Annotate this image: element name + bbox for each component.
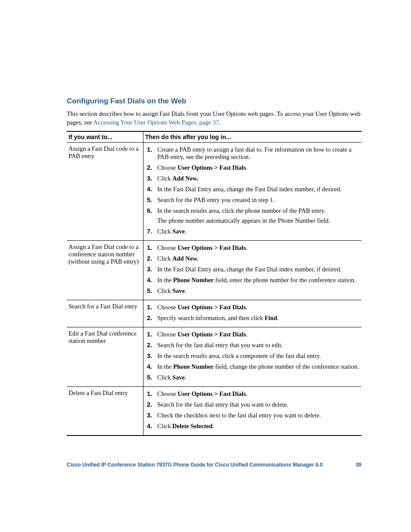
want-cell: Delete a Fast Dial entry	[67, 387, 143, 436]
step-body: Click Add New.	[157, 175, 360, 182]
step-number: 1.	[145, 304, 152, 311]
step-item: 4.In the Fast Dial Entry area, change th…	[145, 185, 360, 196]
step-item: 3.Click Add New.	[145, 174, 360, 185]
table-row: Search for a Fast Dial entry1.Choose Use…	[67, 300, 361, 327]
section-heading: Configuring Fast Dials on the Web	[67, 97, 361, 106]
intro-paragraph: This section describes how to assign Fas…	[67, 110, 361, 127]
step-body: Check the checkbox next to the fast dial…	[157, 412, 360, 419]
step-body: Specify search information, and then cli…	[157, 314, 360, 322]
step-item: 3.Check the checkbox next to the fast di…	[145, 411, 360, 422]
step-number: 3.	[145, 175, 152, 182]
step-number: 3.	[145, 266, 152, 273]
step-body: Click Delete Selected.	[157, 423, 360, 430]
table-row: Delete a Fast Dial entry1.Choose User Op…	[67, 387, 361, 436]
step-number: 5.	[145, 196, 152, 203]
step-body: In the Phone Number field, change the ph…	[157, 363, 360, 370]
intro-text-2: .	[219, 119, 221, 126]
steps-list: 1.Choose User Options > Fast Dials.2.Cli…	[145, 243, 360, 297]
step-item: 1.Choose User Options > Fast Dials.	[145, 243, 360, 254]
step-item: 2.Search for the fast dial entry that yo…	[145, 400, 360, 411]
step-number: 4.	[145, 423, 152, 429]
footer-title: Cisco Unified IP Conference Station 7937…	[67, 462, 349, 468]
table-header-right: Then do this after you log in...	[143, 131, 362, 143]
steps-cell: 1.Choose User Options > Fast Dials.2.Sea…	[143, 387, 362, 436]
step-body: In the search results area, click the ph…	[157, 207, 360, 224]
want-cell: Assign a Fast Dial code to a PAB entry	[67, 143, 143, 241]
step-item: 5.Click Save.	[145, 373, 360, 384]
step-body: Search for the fast dial entry that you …	[157, 401, 360, 408]
step-body: Click Add New.	[157, 255, 360, 262]
step-number: 7.	[145, 228, 152, 235]
step-number: 4.	[145, 186, 152, 193]
step-body: Click Save.	[157, 374, 360, 381]
step-item: 1.Choose User Options > Fast Dials.	[145, 330, 360, 341]
steps-cell: 1.Choose User Options > Fast Dials.2.Sea…	[143, 327, 362, 387]
step-body: In the Fast Dial Entry area, change the …	[157, 186, 360, 193]
step-item: 3.In the search results area, click a co…	[145, 352, 360, 362]
steps-list: 1.Create a PAB entry to assign a fast di…	[145, 145, 360, 238]
instructions-table: If you want to... Then do this after you…	[67, 131, 361, 436]
step-item: 5.Search for the PAB entry you created i…	[145, 196, 360, 206]
step-body: In the Phone Number field, enter the pho…	[157, 277, 360, 284]
step-body: Search for the PAB entry you created in …	[157, 196, 360, 204]
step-item: 1.Choose User Options > Fast Dials.	[145, 303, 360, 314]
step-number: 1.	[145, 146, 152, 153]
table-row: Assign a Fast Dial code to a PAB entry1.…	[67, 143, 361, 241]
step-item: 2.Click Add New.	[145, 254, 360, 265]
page-footer: Cisco Unified IP Conference Station 7937…	[67, 462, 361, 468]
step-number: 3.	[145, 412, 152, 419]
page-content: Configuring Fast Dials on the Web This s…	[0, 0, 411, 494]
step-number: 2.	[145, 401, 152, 408]
step-number: 2.	[145, 164, 152, 171]
step-item: 2.Choose User Options > Fast Dials.	[145, 163, 360, 174]
step-item: 6.In the search results area, click the …	[145, 206, 360, 227]
step-body: Click Save.	[157, 287, 360, 295]
step-item: 1.Create a PAB entry to assign a fast di…	[145, 145, 360, 163]
step-body: In the Fast Dial Entry area, change the …	[157, 266, 360, 273]
step-item: 4.In the Phone Number field, enter the p…	[145, 276, 360, 286]
steps-cell: 1.Choose User Options > Fast Dials.2.Cli…	[143, 241, 362, 300]
step-item: 5.Click Save.	[145, 286, 360, 297]
want-cell: Search for a Fast Dial entry	[67, 300, 143, 327]
step-body: Create a PAB entry to assign a fast dial…	[157, 146, 360, 161]
steps-list: 1.Choose User Options > Fast Dials.2.Sea…	[145, 330, 360, 384]
step-item: 3.In the Fast Dial Entry area, change th…	[145, 265, 360, 276]
step-number: 6.	[145, 207, 152, 214]
step-body: Click Save.	[157, 228, 360, 235]
step-item: 1.Choose User Options > Fast Dials.	[145, 389, 360, 400]
step-number: 1.	[145, 390, 152, 397]
step-item: 2.Search for the fast dial entry that yo…	[145, 341, 360, 352]
intro-link[interactable]: Accessing Your User Options Web Pages, p…	[93, 119, 219, 126]
step-item: 4.In the Phone Number field, change the …	[145, 362, 360, 373]
step-number: 2.	[145, 342, 152, 348]
footer-page-number: 39	[349, 462, 361, 468]
table-row: Assign a Fast Dial code to a conference …	[67, 241, 361, 300]
step-number: 4.	[145, 363, 152, 370]
step-body: Choose User Options > Fast Dials.	[157, 331, 360, 338]
step-body: Choose User Options > Fast Dials.	[157, 164, 360, 171]
table-header-left: If you want to...	[67, 131, 143, 143]
want-cell: Assign a Fast Dial code to a conference …	[67, 241, 143, 300]
step-sub: The phone number automatically appears i…	[157, 217, 360, 224]
step-item: 7.Click Save.	[145, 227, 360, 238]
step-item: 2.Specify search information, and then c…	[145, 314, 360, 324]
step-body: In the search results area, click a comp…	[157, 352, 360, 360]
step-number: 2.	[145, 314, 152, 321]
steps-list: 1.Choose User Options > Fast Dials.2.Sea…	[145, 389, 360, 432]
step-body: Search for the fast dial entry that you …	[157, 342, 360, 349]
step-number: 5.	[145, 287, 152, 294]
step-number: 5.	[145, 374, 152, 381]
steps-cell: 1.Create a PAB entry to assign a fast di…	[143, 143, 362, 241]
step-number: 1.	[145, 331, 152, 338]
step-number: 3.	[145, 352, 152, 359]
step-number: 4.	[145, 277, 152, 283]
want-cell: Edit a Fast Dial conference station numb…	[67, 327, 143, 387]
table-row: Edit a Fast Dial conference station numb…	[67, 327, 361, 387]
steps-list: 1.Choose User Options > Fast Dials.2.Spe…	[145, 303, 360, 324]
step-number: 1.	[145, 244, 152, 251]
step-number: 2.	[145, 255, 152, 262]
step-body: Choose User Options > Fast Dials.	[157, 304, 360, 311]
step-body: Choose User Options > Fast Dials.	[157, 244, 360, 252]
step-body: Choose User Options > Fast Dials.	[157, 390, 360, 398]
step-item: 4.Click Delete Selected.	[145, 422, 360, 432]
